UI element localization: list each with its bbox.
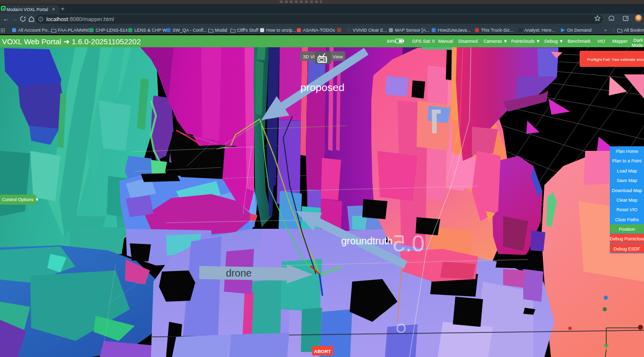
svg-text:i: i xyxy=(40,17,41,21)
svg-text:0.5: 0.5 xyxy=(392,230,425,256)
svg-text:O: O xyxy=(396,321,406,336)
